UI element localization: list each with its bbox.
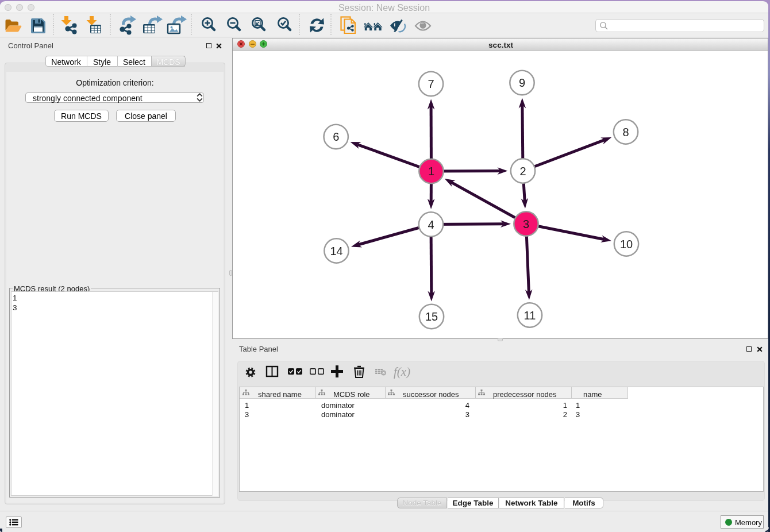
svg-text:10: 10 — [620, 238, 633, 250]
svg-text:3: 3 — [523, 218, 529, 230]
svg-text:14: 14 — [330, 245, 342, 257]
svg-text:f(x): f(x) — [394, 365, 410, 379]
svg-text:15: 15 — [425, 310, 438, 323]
svg-text:7: 7 — [428, 78, 434, 90]
svg-text:6: 6 — [333, 130, 339, 143]
svg-text:2: 2 — [519, 165, 526, 178]
svg-text:11: 11 — [524, 309, 536, 322]
svg-text:9: 9 — [519, 76, 525, 89]
svg-text:8: 8 — [622, 126, 629, 138]
svg-text:4: 4 — [428, 218, 434, 231]
svg-text:1: 1 — [428, 165, 434, 178]
